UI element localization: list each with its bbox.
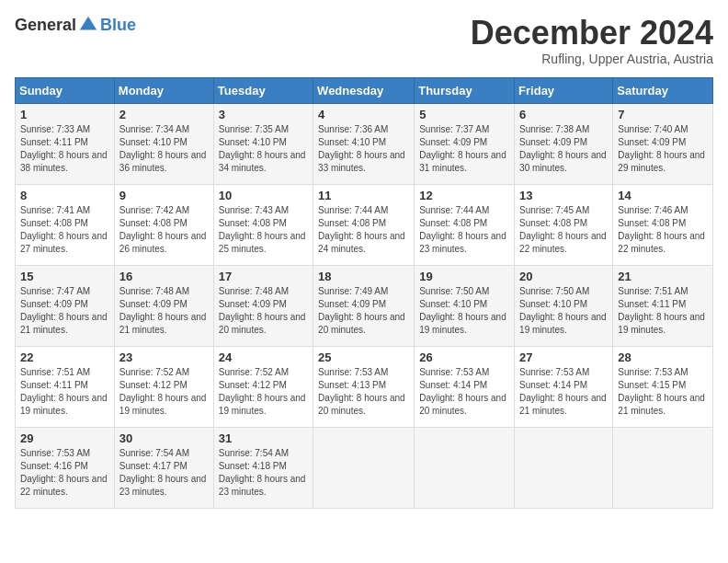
- day-number: 20: [519, 270, 608, 283]
- location-subtitle: Rufling, Upper Austria, Austria: [471, 52, 713, 66]
- day-info: Sunrise: 7:44 AMSunset: 4:08 PMDaylight:…: [318, 204, 409, 256]
- day-number: 13: [519, 189, 608, 202]
- header-day-monday: Monday: [114, 77, 213, 103]
- calendar-cell: 20Sunrise: 7:50 AMSunset: 4:10 PMDayligh…: [515, 265, 613, 346]
- month-title: December 2024: [471, 15, 713, 52]
- calendar-week-row-4: 22Sunrise: 7:51 AMSunset: 4:11 PMDayligh…: [16, 346, 713, 427]
- calendar-cell: [415, 427, 515, 508]
- day-number: 9: [119, 189, 209, 202]
- day-number: 18: [318, 270, 409, 283]
- calendar-cell: 10Sunrise: 7:43 AMSunset: 4:08 PMDayligh…: [213, 184, 313, 265]
- logo-general-text: General: [15, 16, 76, 35]
- calendar-cell: 6Sunrise: 7:38 AMSunset: 4:09 PMDaylight…: [515, 103, 613, 184]
- day-number: 4: [318, 108, 409, 121]
- day-info: Sunrise: 7:44 AMSunset: 4:08 PMDaylight:…: [419, 204, 509, 256]
- header-day-friday: Friday: [515, 77, 613, 103]
- day-info: Sunrise: 7:45 AMSunset: 4:08 PMDaylight:…: [519, 204, 608, 256]
- day-number: 23: [119, 350, 209, 364]
- day-number: 2: [119, 108, 209, 121]
- day-number: 10: [219, 189, 308, 202]
- day-number: 6: [519, 108, 608, 121]
- calendar-cell: 23Sunrise: 7:52 AMSunset: 4:12 PMDayligh…: [114, 346, 213, 427]
- calendar-cell: 16Sunrise: 7:48 AMSunset: 4:09 PMDayligh…: [114, 265, 213, 346]
- calendar-header-row: SundayMondayTuesdayWednesdayThursdayFrid…: [16, 77, 713, 103]
- day-info: Sunrise: 7:53 AMSunset: 4:15 PMDaylight:…: [618, 366, 708, 418]
- day-number: 29: [20, 431, 109, 445]
- calendar-cell: 26Sunrise: 7:53 AMSunset: 4:14 PMDayligh…: [415, 346, 515, 427]
- calendar-cell: 7Sunrise: 7:40 AMSunset: 4:09 PMDaylight…: [613, 103, 713, 184]
- calendar-week-row-1: 1Sunrise: 7:33 AMSunset: 4:11 PMDaylight…: [16, 103, 713, 184]
- day-info: Sunrise: 7:41 AMSunset: 4:08 PMDaylight:…: [20, 204, 109, 256]
- day-info: Sunrise: 7:42 AMSunset: 4:08 PMDaylight:…: [119, 204, 209, 256]
- day-info: Sunrise: 7:54 AMSunset: 4:17 PMDaylight:…: [119, 447, 209, 499]
- header-day-wednesday: Wednesday: [313, 77, 415, 103]
- calendar-cell: 5Sunrise: 7:37 AMSunset: 4:09 PMDaylight…: [415, 103, 515, 184]
- header-day-thursday: Thursday: [415, 77, 515, 103]
- calendar-cell: [515, 427, 613, 508]
- calendar-cell: 24Sunrise: 7:52 AMSunset: 4:12 PMDayligh…: [213, 346, 313, 427]
- calendar-cell: 19Sunrise: 7:50 AMSunset: 4:10 PMDayligh…: [415, 265, 515, 346]
- calendar-cell: [613, 427, 713, 508]
- calendar-cell: 1Sunrise: 7:33 AMSunset: 4:11 PMDaylight…: [16, 103, 115, 184]
- calendar-week-row-3: 15Sunrise: 7:47 AMSunset: 4:09 PMDayligh…: [16, 265, 713, 346]
- day-info: Sunrise: 7:54 AMSunset: 4:18 PMDaylight:…: [219, 447, 308, 499]
- day-number: 15: [20, 270, 109, 283]
- day-info: Sunrise: 7:40 AMSunset: 4:09 PMDaylight:…: [618, 123, 708, 175]
- day-number: 30: [119, 431, 209, 445]
- calendar-cell: [313, 427, 415, 508]
- logo: General Blue: [15, 15, 136, 35]
- day-info: Sunrise: 7:47 AMSunset: 4:09 PMDaylight:…: [20, 285, 109, 337]
- calendar-cell: 13Sunrise: 7:45 AMSunset: 4:08 PMDayligh…: [515, 184, 613, 265]
- day-number: 17: [219, 270, 308, 283]
- calendar-cell: 17Sunrise: 7:48 AMSunset: 4:09 PMDayligh…: [213, 265, 313, 346]
- day-number: 21: [618, 270, 708, 283]
- day-info: Sunrise: 7:52 AMSunset: 4:12 PMDaylight:…: [119, 366, 209, 418]
- header-day-tuesday: Tuesday: [213, 77, 313, 103]
- day-info: Sunrise: 7:51 AMSunset: 4:11 PMDaylight:…: [618, 285, 708, 337]
- header-day-sunday: Sunday: [16, 77, 115, 103]
- day-info: Sunrise: 7:33 AMSunset: 4:11 PMDaylight:…: [20, 123, 109, 175]
- title-area: December 2024 Rufling, Upper Austria, Au…: [471, 15, 713, 66]
- day-info: Sunrise: 7:53 AMSunset: 4:14 PMDaylight:…: [419, 366, 509, 418]
- calendar-cell: 12Sunrise: 7:44 AMSunset: 4:08 PMDayligh…: [415, 184, 515, 265]
- header-day-saturday: Saturday: [613, 77, 713, 103]
- day-number: 24: [219, 350, 308, 364]
- calendar-cell: 21Sunrise: 7:51 AMSunset: 4:11 PMDayligh…: [613, 265, 713, 346]
- day-number: 31: [219, 431, 308, 445]
- svg-marker-0: [80, 17, 97, 30]
- day-number: 12: [419, 189, 509, 202]
- calendar-cell: 8Sunrise: 7:41 AMSunset: 4:08 PMDaylight…: [16, 184, 115, 265]
- day-info: Sunrise: 7:53 AMSunset: 4:16 PMDaylight:…: [20, 447, 109, 499]
- day-info: Sunrise: 7:38 AMSunset: 4:09 PMDaylight:…: [519, 123, 608, 175]
- day-number: 7: [618, 108, 708, 121]
- calendar-cell: 3Sunrise: 7:35 AMSunset: 4:10 PMDaylight…: [213, 103, 313, 184]
- day-info: Sunrise: 7:46 AMSunset: 4:08 PMDaylight:…: [618, 204, 708, 256]
- logo-icon: [78, 15, 98, 35]
- day-info: Sunrise: 7:35 AMSunset: 4:10 PMDaylight:…: [219, 123, 308, 175]
- calendar-cell: 31Sunrise: 7:54 AMSunset: 4:18 PMDayligh…: [213, 427, 313, 508]
- day-number: 14: [618, 189, 708, 202]
- calendar-cell: 27Sunrise: 7:53 AMSunset: 4:14 PMDayligh…: [515, 346, 613, 427]
- calendar-week-row-5: 29Sunrise: 7:53 AMSunset: 4:16 PMDayligh…: [16, 427, 713, 508]
- day-info: Sunrise: 7:52 AMSunset: 4:12 PMDaylight:…: [219, 366, 308, 418]
- calendar-cell: 2Sunrise: 7:34 AMSunset: 4:10 PMDaylight…: [114, 103, 213, 184]
- day-info: Sunrise: 7:50 AMSunset: 4:10 PMDaylight:…: [419, 285, 509, 337]
- day-number: 11: [318, 189, 409, 202]
- calendar-cell: 4Sunrise: 7:36 AMSunset: 4:10 PMDaylight…: [313, 103, 415, 184]
- day-info: Sunrise: 7:51 AMSunset: 4:11 PMDaylight:…: [20, 366, 109, 418]
- day-number: 5: [419, 108, 509, 121]
- day-info: Sunrise: 7:50 AMSunset: 4:10 PMDaylight:…: [519, 285, 608, 337]
- day-number: 3: [219, 108, 308, 121]
- calendar-cell: 30Sunrise: 7:54 AMSunset: 4:17 PMDayligh…: [114, 427, 213, 508]
- page-header: General Blue December 2024 Rufling, Uppe…: [15, 15, 713, 66]
- day-number: 16: [119, 270, 209, 283]
- day-info: Sunrise: 7:37 AMSunset: 4:09 PMDaylight:…: [419, 123, 509, 175]
- calendar-cell: 15Sunrise: 7:47 AMSunset: 4:09 PMDayligh…: [16, 265, 115, 346]
- calendar-cell: 22Sunrise: 7:51 AMSunset: 4:11 PMDayligh…: [16, 346, 115, 427]
- day-info: Sunrise: 7:48 AMSunset: 4:09 PMDaylight:…: [119, 285, 209, 337]
- day-number: 19: [419, 270, 509, 283]
- logo-blue-text: Blue: [100, 16, 136, 35]
- calendar-table: SundayMondayTuesdayWednesdayThursdayFrid…: [15, 77, 713, 509]
- day-info: Sunrise: 7:34 AMSunset: 4:10 PMDaylight:…: [119, 123, 209, 175]
- day-info: Sunrise: 7:48 AMSunset: 4:09 PMDaylight:…: [219, 285, 308, 337]
